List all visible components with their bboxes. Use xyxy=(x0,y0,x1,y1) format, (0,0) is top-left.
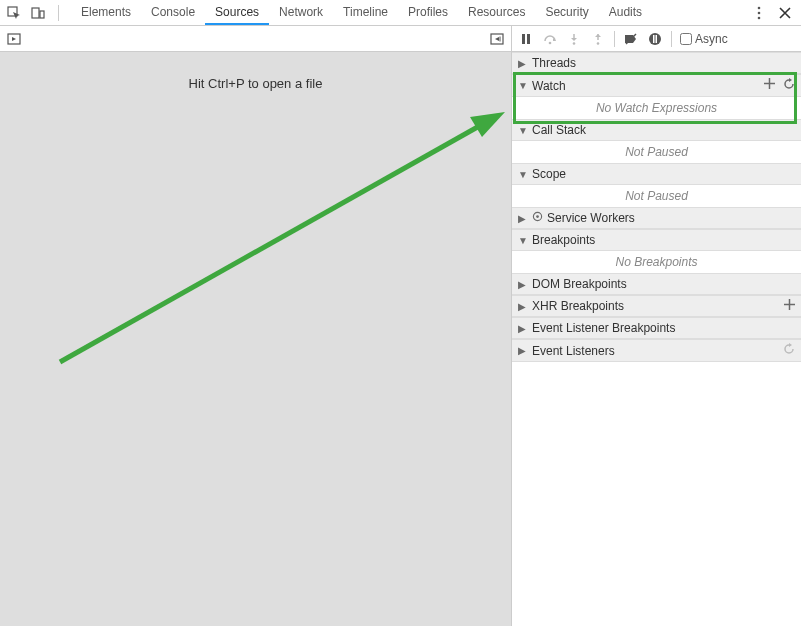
collapse-icon: ▼ xyxy=(518,80,528,91)
async-checkbox-input[interactable] xyxy=(680,33,692,45)
show-navigator-icon[interactable] xyxy=(6,31,22,47)
sources-toolbar: Async xyxy=(0,26,801,52)
editor-pane: Hit Ctrl+P to open a file xyxy=(0,52,512,626)
eventlistenerbreakpoints-label: Event Listener Breakpoints xyxy=(532,321,675,335)
eventlistenerbreakpoints-header[interactable]: ▶ Event Listener Breakpoints xyxy=(512,317,801,339)
gear-icon xyxy=(532,211,543,225)
xhrbreakpoints-label: XHR Breakpoints xyxy=(532,299,624,313)
inspect-icon[interactable] xyxy=(6,5,22,21)
collapse-icon: ▼ xyxy=(518,235,528,246)
step-into-icon[interactable] xyxy=(566,31,582,47)
main-area: Hit Ctrl+P to open a file ▶ Threads ▼ Wa… xyxy=(0,52,801,626)
collapse-icon: ▼ xyxy=(518,169,528,180)
scope-label: Scope xyxy=(532,167,566,181)
tab-sources[interactable]: Sources xyxy=(205,0,269,25)
svg-point-11 xyxy=(549,41,552,44)
svg-point-23 xyxy=(536,215,539,218)
divider xyxy=(671,31,672,47)
xhrbreakpoints-header[interactable]: ▶ XHR Breakpoints xyxy=(512,295,801,317)
callstack-empty: Not Paused xyxy=(512,141,801,163)
tab-console[interactable]: Console xyxy=(141,0,205,25)
debugger-sidebar: ▶ Threads ▼ Watch No Watch Expressions ▼… xyxy=(512,52,801,626)
add-xhr-icon[interactable] xyxy=(784,299,795,313)
expand-icon: ▶ xyxy=(518,279,528,290)
serviceworkers-header[interactable]: ▶ Service Workers xyxy=(512,207,801,229)
svg-rect-2 xyxy=(40,11,44,18)
svg-point-17 xyxy=(649,33,661,45)
tab-profiles[interactable]: Profiles xyxy=(398,0,458,25)
pause-icon[interactable] xyxy=(518,31,534,47)
breakpoints-empty: No Breakpoints xyxy=(512,251,801,273)
pause-on-exceptions-icon[interactable] xyxy=(647,31,663,47)
expand-icon: ▶ xyxy=(518,301,528,312)
show-debugger-icon[interactable] xyxy=(489,31,505,47)
svg-rect-1 xyxy=(32,8,39,18)
tab-elements[interactable]: Elements xyxy=(71,0,141,25)
async-label: Async xyxy=(695,32,728,46)
eventlisteners-label: Event Listeners xyxy=(532,344,615,358)
svg-point-3 xyxy=(758,6,761,9)
threads-header[interactable]: ▶ Threads xyxy=(512,52,801,74)
step-out-icon[interactable] xyxy=(590,31,606,47)
expand-icon: ▶ xyxy=(518,213,528,224)
divider xyxy=(614,31,615,47)
refresh-listeners-icon[interactable] xyxy=(783,343,795,358)
collapse-icon: ▼ xyxy=(518,125,528,136)
deactivate-breakpoints-icon[interactable] xyxy=(623,31,639,47)
watch-header[interactable]: ▼ Watch xyxy=(512,74,801,97)
tab-audits[interactable]: Audits xyxy=(599,0,652,25)
threads-label: Threads xyxy=(532,56,576,70)
scope-header[interactable]: ▼ Scope xyxy=(512,163,801,185)
eventlisteners-header[interactable]: ▶ Event Listeners xyxy=(512,339,801,362)
svg-rect-19 xyxy=(656,35,658,43)
dombreakpoints-label: DOM Breakpoints xyxy=(532,277,627,291)
tab-security[interactable]: Security xyxy=(535,0,598,25)
svg-point-15 xyxy=(597,42,600,45)
divider xyxy=(58,5,59,21)
watch-empty: No Watch Expressions xyxy=(512,97,801,119)
main-tabs: Elements Console Sources Network Timelin… xyxy=(71,0,652,25)
tab-resources[interactable]: Resources xyxy=(458,0,535,25)
svg-point-4 xyxy=(758,11,761,14)
add-watch-icon[interactable] xyxy=(764,78,775,93)
svg-point-5 xyxy=(758,16,761,19)
dombreakpoints-header[interactable]: ▶ DOM Breakpoints xyxy=(512,273,801,295)
expand-icon: ▶ xyxy=(518,345,528,356)
svg-rect-18 xyxy=(653,35,655,43)
tab-timeline[interactable]: Timeline xyxy=(333,0,398,25)
editor-hint: Hit Ctrl+P to open a file xyxy=(0,76,511,91)
kebab-menu-icon[interactable] xyxy=(751,5,767,21)
close-icon[interactable] xyxy=(777,5,793,21)
tab-network[interactable]: Network xyxy=(269,0,333,25)
step-over-icon[interactable] xyxy=(542,31,558,47)
breakpoints-header[interactable]: ▼ Breakpoints xyxy=(512,229,801,251)
breakpoints-label: Breakpoints xyxy=(532,233,595,247)
refresh-watch-icon[interactable] xyxy=(783,78,795,93)
callstack-header[interactable]: ▼ Call Stack xyxy=(512,119,801,141)
expand-icon: ▶ xyxy=(518,58,528,69)
svg-rect-9 xyxy=(522,34,525,44)
async-checkbox[interactable]: Async xyxy=(680,32,728,46)
watch-label: Watch xyxy=(532,79,566,93)
serviceworkers-label: Service Workers xyxy=(547,211,635,225)
devtools-topbar: Elements Console Sources Network Timelin… xyxy=(0,0,801,26)
svg-point-13 xyxy=(573,42,576,45)
svg-rect-10 xyxy=(527,34,530,44)
device-mode-icon[interactable] xyxy=(30,5,46,21)
scope-empty: Not Paused xyxy=(512,185,801,207)
expand-icon: ▶ xyxy=(518,323,528,334)
callstack-label: Call Stack xyxy=(532,123,586,137)
